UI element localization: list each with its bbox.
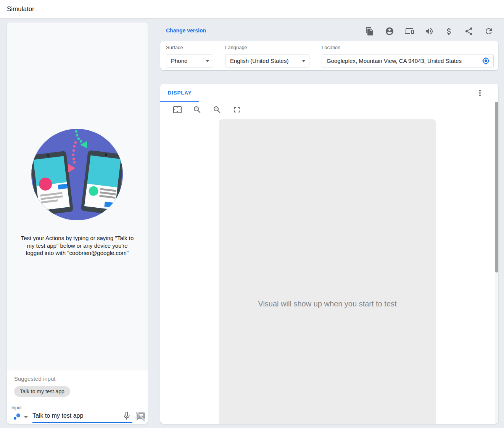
display-toolbar — [173, 105, 242, 114]
account-button[interactable] — [385, 27, 394, 36]
query-input[interactable]: Talk to my test app — [32, 411, 132, 423]
input-row: Talk to my test app — [7, 411, 148, 424]
billing-button[interactable] — [444, 27, 454, 36]
location-label: Location — [322, 45, 340, 50]
version-toolbar: Change version — [160, 22, 498, 40]
tab-display[interactable]: DISPLAY — [160, 84, 199, 102]
language-value: English (United States) — [230, 58, 288, 64]
scrollbar-thumb[interactable] — [495, 102, 498, 273]
conversation-empty-state: Test your Actions by typing or saying "T… — [7, 22, 148, 370]
zoom-in-icon — [213, 105, 222, 114]
conversation-panel: Test your Actions by typing or saying "T… — [7, 22, 148, 424]
language-label: Language — [225, 45, 247, 50]
devices-button[interactable] — [405, 27, 414, 36]
zoom-in-button[interactable] — [213, 105, 222, 114]
share-icon — [464, 27, 473, 36]
location-input[interactable]: Googleplex, Mountain View, CA 94043, Uni… — [322, 55, 494, 67]
app-header: Simulator — [0, 0, 504, 19]
refresh-button[interactable] — [484, 27, 493, 36]
tab-bar: DISPLAY — [160, 84, 498, 102]
volume-up-icon — [425, 27, 434, 36]
attach-money-icon — [444, 27, 454, 36]
chevron-down-icon — [302, 60, 305, 62]
account-icon — [385, 27, 394, 36]
change-version-link[interactable]: Change version — [166, 27, 206, 34]
suggestion-chip[interactable]: Talk to my test app — [14, 386, 70, 397]
chevron-down-icon — [24, 416, 28, 418]
display-panel: DISPLAY Visual will show up when you sta… — [160, 84, 498, 424]
language-select[interactable]: English (United States) — [225, 55, 309, 67]
input-section: Suggested input Talk to my test app Inpu… — [7, 370, 148, 424]
simulator-app: Simulator — [0, 0, 504, 428]
refresh-icon — [484, 27, 493, 36]
surface-select[interactable]: Phone — [166, 55, 213, 67]
visual-placeholder-text: Visual will show up when you start to te… — [219, 300, 436, 308]
chevron-down-icon — [206, 60, 209, 62]
empty-state-description: Test your Actions by typing or saying "T… — [19, 234, 135, 257]
copy-icon — [365, 27, 374, 36]
surface-value: Phone — [171, 58, 187, 64]
fullscreen-icon — [232, 105, 242, 114]
suggested-input-label: Suggested input — [14, 375, 55, 382]
active-tab-indicator — [160, 101, 199, 102]
more-vert-icon — [475, 88, 485, 98]
input-label: Input — [11, 405, 22, 410]
surface-label: Surface — [166, 45, 183, 50]
mic-icon[interactable] — [122, 411, 132, 421]
devices-icon — [405, 27, 414, 36]
location-value: Googleplex, Mountain View, CA 94043, Uni… — [327, 58, 462, 64]
assistant-icon — [13, 412, 22, 421]
fullscreen-button[interactable] — [232, 105, 242, 114]
copy-button[interactable] — [365, 27, 374, 36]
settings-card: Surface Phone Language English (United S… — [160, 41, 498, 70]
input-mode-selector[interactable] — [13, 412, 29, 422]
tab-display-label: DISPLAY — [168, 90, 192, 96]
phones-illustration — [31, 128, 123, 221]
volume-button[interactable] — [425, 27, 434, 36]
panel-menu-button[interactable] — [475, 88, 485, 98]
visual-preview-area: Visual will show up when you start to te… — [219, 119, 436, 424]
toolbar-icons — [365, 27, 493, 36]
fit-screen-button[interactable] — [173, 105, 182, 114]
my-location-icon[interactable] — [482, 57, 490, 65]
zoom-out-button[interactable] — [193, 105, 202, 114]
scrollbar-track[interactable] — [495, 102, 498, 424]
zoom-out-icon — [193, 105, 202, 114]
share-button[interactable] — [464, 27, 473, 36]
settings-overscan-icon — [173, 105, 182, 114]
page-title: Simulator — [7, 0, 34, 18]
speaker-notes-off-icon[interactable] — [136, 412, 146, 422]
